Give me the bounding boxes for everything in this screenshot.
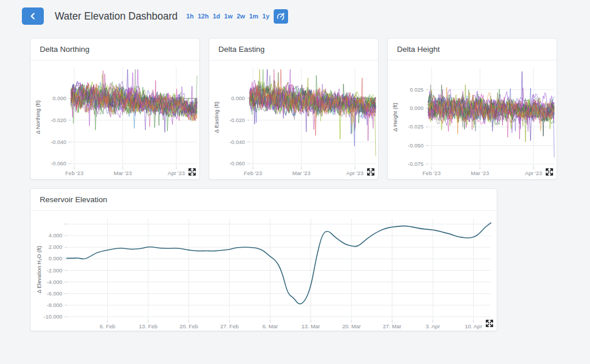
svg-text:Feb '23: Feb '23 <box>422 170 440 176</box>
svg-text:Apr '23: Apr '23 <box>346 170 364 176</box>
svg-text:-0.060: -0.060 <box>51 160 66 166</box>
range-1h[interactable]: 1h <box>186 13 194 20</box>
delta-height-chart[interactable]: 0.0250.000-0.025-0.050-0.075Feb '23Mar '… <box>388 60 557 179</box>
svg-text:Mar '23: Mar '23 <box>471 170 489 176</box>
svg-text:0.000: 0.000 <box>48 255 62 261</box>
delta-easting-chart[interactable]: 0.000-0.020-0.040-0.060Feb '23Mar '23Apr… <box>209 60 378 179</box>
svg-text:0.000: 0.000 <box>52 95 66 101</box>
svg-text:-2.000: -2.000 <box>47 267 62 274</box>
svg-text:0.025: 0.025 <box>410 86 423 93</box>
chart-title-delta-height: Delta Height <box>388 39 557 60</box>
chart-title-delta-easting: Delta Easting <box>209 39 378 60</box>
reservoir-elevation-chart[interactable]: 4.0002.0000.000-2.000-4.000-6.000-8.000-… <box>31 211 497 330</box>
svg-text:-0.020: -0.020 <box>51 117 66 123</box>
svg-text:6. Mar: 6. Mar <box>262 323 278 329</box>
range-1m[interactable]: 1m <box>249 13 258 20</box>
svg-text:Δ Northing (ft): Δ Northing (ft) <box>35 100 41 134</box>
svg-text:Apr '23: Apr '23 <box>525 170 542 176</box>
svg-text:-0.040: -0.040 <box>51 139 66 145</box>
chart-card-delta-height: Delta Height 0.0250.000-0.025-0.050-0.07… <box>387 38 557 180</box>
chart-card-delta-northing: Delta Northing 0.000-0.020-0.040-0.060Fe… <box>30 38 200 180</box>
svg-text:-0.020: -0.020 <box>229 117 245 123</box>
expand-icon[interactable] <box>366 168 375 177</box>
svg-text:13. Mar: 13. Mar <box>301 323 320 329</box>
range-2w[interactable]: 2w <box>237 13 245 20</box>
svg-text:-6.000: -6.000 <box>47 290 62 297</box>
svg-text:27. Mar: 27. Mar <box>383 323 401 329</box>
page-title: Water Elevation Dashboard <box>55 10 177 22</box>
svg-text:Δ Height (ft): Δ Height (ft) <box>392 103 398 131</box>
svg-text:20. Feb: 20. Feb <box>180 323 198 329</box>
svg-text:2.000: 2.000 <box>48 244 62 250</box>
range-12h[interactable]: 12h <box>198 13 209 20</box>
svg-text:-0.040: -0.040 <box>229 139 245 145</box>
chart-card-reservoir-elevation: Reservoir Elevation 4.0002.0000.000-2.00… <box>30 188 497 331</box>
svg-text:-0.025: -0.025 <box>408 123 423 130</box>
chart-title-delta-northing: Delta Northing <box>31 39 199 60</box>
svg-text:-4.000: -4.000 <box>47 279 62 285</box>
clock-refresh-icon <box>276 12 286 21</box>
dashboard-grid: Delta Northing 0.000-0.020-0.040-0.060Fe… <box>30 38 558 332</box>
header: Water Elevation Dashboard 1h 12h 1d 1w 2… <box>22 7 288 25</box>
svg-text:Feb '23: Feb '23 <box>244 170 262 176</box>
delta-northing-chart[interactable]: 0.000-0.020-0.040-0.060Feb '23Mar '23Apr… <box>31 60 199 179</box>
svg-text:10. Apr: 10. Apr <box>465 323 482 329</box>
back-button[interactable] <box>22 7 44 25</box>
expand-icon[interactable] <box>485 319 494 328</box>
chart-card-delta-easting: Delta Easting 0.000-0.020-0.040-0.060Feb… <box>209 38 379 180</box>
svg-text:-0.075: -0.075 <box>408 161 423 167</box>
svg-text:Δ Elevation H₂O (ft): Δ Elevation H₂O (ft) <box>36 246 42 293</box>
svg-text:-10.000: -10.000 <box>44 313 62 320</box>
expand-icon[interactable] <box>187 168 196 177</box>
svg-text:6. Feb: 6. Feb <box>100 323 115 329</box>
chart-title-reservoir-elevation: Reservoir Elevation <box>31 189 497 211</box>
range-1d[interactable]: 1d <box>213 13 220 20</box>
svg-text:4.000: 4.000 <box>48 232 62 238</box>
time-range-selector: 1h 12h 1d 1w 2w 1m 1y <box>186 13 269 20</box>
svg-text:13. Feb: 13. Feb <box>139 323 157 329</box>
range-1w[interactable]: 1w <box>224 13 233 20</box>
svg-text:0.000: 0.000 <box>231 95 245 101</box>
svg-text:0.000: 0.000 <box>410 105 423 111</box>
chevron-left-icon <box>29 12 36 20</box>
svg-text:Mar '23: Mar '23 <box>292 170 310 176</box>
svg-text:Δ Easting (ft): Δ Easting (ft) <box>213 101 220 132</box>
svg-text:Mar '23: Mar '23 <box>114 170 131 176</box>
expand-icon[interactable] <box>544 168 554 177</box>
refresh-button[interactable] <box>274 9 288 24</box>
svg-text:20. Mar: 20. Mar <box>342 323 361 329</box>
svg-text:-0.050: -0.050 <box>408 142 423 149</box>
svg-text:27. Feb: 27. Feb <box>220 323 239 329</box>
svg-text:-0.060: -0.060 <box>229 160 245 166</box>
svg-text:3. Apr: 3. Apr <box>426 323 440 329</box>
svg-text:-8.000: -8.000 <box>47 302 62 308</box>
svg-text:Apr '23: Apr '23 <box>168 170 185 176</box>
svg-text:Feb '23: Feb '23 <box>65 170 83 176</box>
range-1y[interactable]: 1y <box>262 13 269 20</box>
